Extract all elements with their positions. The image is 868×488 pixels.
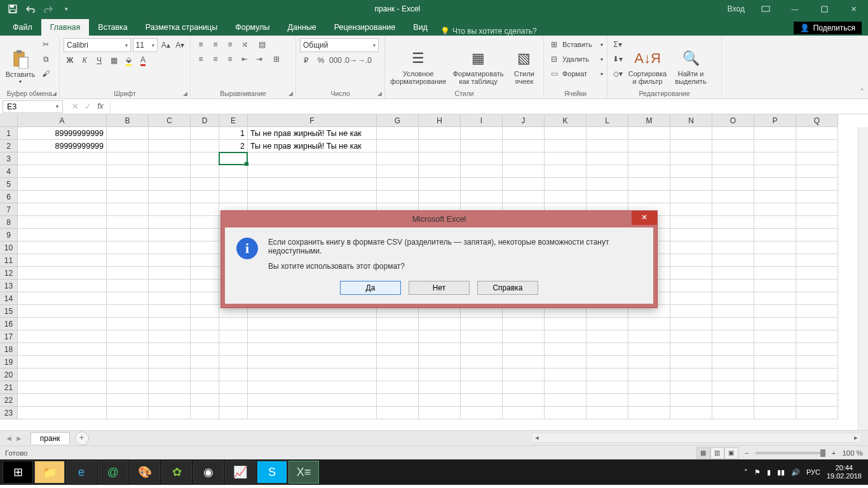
cell-B19[interactable] — [107, 356, 149, 369]
cell-B16[interactable] — [107, 318, 149, 330]
col-header-G[interactable]: G — [377, 114, 419, 127]
cell-E1[interactable]: 1 — [219, 127, 248, 140]
cell-O16[interactable] — [712, 318, 754, 330]
cell-P19[interactable] — [754, 356, 796, 369]
cell-B18[interactable] — [107, 343, 149, 356]
cell-C17[interactable] — [149, 330, 191, 343]
row-header-14[interactable]: 14 — [0, 292, 18, 305]
cell-D2[interactable] — [191, 140, 219, 152]
cell-A5[interactable] — [18, 178, 107, 191]
cell-O23[interactable] — [712, 407, 754, 419]
cell-N21[interactable] — [670, 381, 712, 394]
cell-M1[interactable] — [628, 127, 670, 140]
cell-A14[interactable] — [18, 292, 107, 305]
cell-Q9[interactable] — [796, 229, 838, 241]
cell-A1[interactable]: 89999999999 — [18, 127, 107, 140]
dialog-yes-button[interactable]: Да — [340, 281, 401, 295]
cell-E22[interactable] — [219, 394, 248, 407]
cell-F16[interactable] — [248, 318, 377, 330]
cell-O14[interactable] — [712, 292, 754, 305]
row-header-4[interactable]: 4 — [0, 165, 18, 178]
cell-D23[interactable] — [191, 407, 219, 419]
cell-P16[interactable] — [754, 318, 796, 330]
cell-Q5[interactable] — [796, 178, 838, 191]
tab-review[interactable]: Рецензирование — [325, 19, 405, 36]
cell-H1[interactable] — [419, 127, 461, 140]
cell-A8[interactable] — [18, 216, 107, 229]
cell-P4[interactable] — [754, 165, 796, 178]
formula-input[interactable] — [110, 100, 868, 113]
cell-P17[interactable] — [754, 330, 796, 343]
cell-H22[interactable] — [419, 394, 461, 407]
align-right-icon[interactable]: ≡ — [224, 53, 236, 65]
cell-P3[interactable] — [754, 152, 796, 165]
cell-O3[interactable] — [712, 152, 754, 165]
tray-flag-icon[interactable]: ⚑ — [754, 468, 761, 477]
cell-N10[interactable] — [670, 241, 712, 254]
cell-C19[interactable] — [149, 356, 191, 369]
cell-K6[interactable] — [545, 191, 587, 203]
cell-P14[interactable] — [754, 292, 796, 305]
find-select-button[interactable]: 🔍Найти и выделить — [671, 38, 710, 85]
share-button[interactable]: 👤Поделиться — [794, 22, 862, 34]
cell-J19[interactable] — [503, 356, 545, 369]
cell-A12[interactable] — [18, 267, 107, 280]
cell-O4[interactable] — [712, 165, 754, 178]
cell-Q15[interactable] — [796, 305, 838, 318]
zoom-slider[interactable] — [756, 452, 825, 454]
cell-A4[interactable] — [18, 165, 107, 178]
nav-next-icon[interactable]: ► — [15, 434, 23, 443]
cell-G6[interactable] — [377, 191, 419, 203]
tab-insert[interactable]: Вставка — [89, 19, 136, 36]
scroll-left-icon[interactable]: ◄ — [532, 433, 542, 442]
cell-Q8[interactable] — [796, 216, 838, 229]
col-header-L[interactable]: L — [587, 114, 628, 127]
cell-G2[interactable] — [377, 140, 419, 152]
vertical-scrollbar[interactable] — [858, 127, 868, 430]
align-top-icon[interactable]: ≡ — [194, 38, 207, 51]
row-header-13[interactable]: 13 — [0, 280, 18, 292]
nav-prev-icon[interactable]: ◄ — [5, 434, 13, 443]
cell-K21[interactable] — [545, 381, 587, 394]
cell-C8[interactable] — [149, 216, 191, 229]
cell-G19[interactable] — [377, 356, 419, 369]
cell-D1[interactable] — [191, 127, 219, 140]
cell-O6[interactable] — [712, 191, 754, 203]
cell-N13[interactable] — [670, 280, 712, 292]
decrease-decimal-icon[interactable]: →.0 — [358, 54, 371, 67]
col-header-D[interactable]: D — [191, 114, 219, 127]
comma-icon[interactable]: 000 — [329, 54, 342, 67]
cell-A23[interactable] — [18, 407, 107, 419]
cell-O7[interactable] — [712, 203, 754, 216]
cell-P9[interactable] — [754, 229, 796, 241]
align-center-icon[interactable]: ≡ — [209, 53, 222, 65]
cell-K20[interactable] — [545, 369, 587, 381]
cell-M20[interactable] — [628, 369, 670, 381]
name-box[interactable]: E3▾ — [3, 100, 63, 113]
cell-A20[interactable] — [18, 369, 107, 381]
cell-N4[interactable] — [670, 165, 712, 178]
cell-C9[interactable] — [149, 229, 191, 241]
row-header-22[interactable]: 22 — [0, 394, 18, 407]
cell-N16[interactable] — [670, 318, 712, 330]
cell-N15[interactable] — [670, 305, 712, 318]
cell-L22[interactable] — [587, 394, 628, 407]
cell-Q14[interactable] — [796, 292, 838, 305]
undo-icon[interactable] — [23, 2, 38, 16]
cell-P11[interactable] — [754, 254, 796, 267]
zoom-out-icon[interactable]: − — [745, 449, 749, 457]
cell-P6[interactable] — [754, 191, 796, 203]
cell-K18[interactable] — [545, 343, 587, 356]
cell-D20[interactable] — [191, 369, 219, 381]
cell-I6[interactable] — [461, 191, 503, 203]
cell-D3[interactable] — [191, 152, 219, 165]
cell-C2[interactable] — [149, 140, 191, 152]
cell-A7[interactable] — [18, 203, 107, 216]
cell-C10[interactable] — [149, 241, 191, 254]
cell-B12[interactable] — [107, 267, 149, 280]
cell-C4[interactable] — [149, 165, 191, 178]
task-monitor[interactable]: 📈 — [225, 461, 255, 484]
col-header-K[interactable]: K — [545, 114, 587, 127]
cell-P18[interactable] — [754, 343, 796, 356]
select-all-corner[interactable] — [0, 114, 18, 127]
